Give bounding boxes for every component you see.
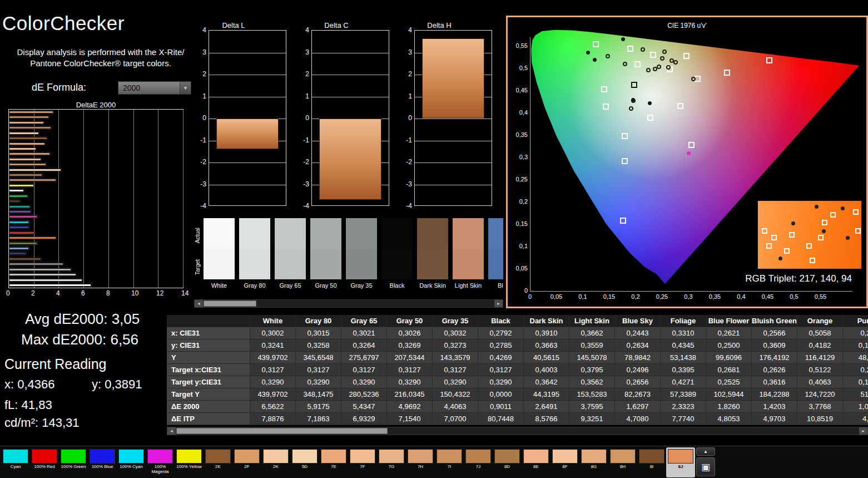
toolbar-swatch-7e[interactable]: 7E bbox=[319, 447, 348, 477]
toolbar-swatch-100-magenta[interactable]: 100% Magenta bbox=[146, 447, 175, 477]
table-scrollbar[interactable]: ◄► bbox=[167, 427, 868, 435]
scroll-right-button[interactable]: ► bbox=[859, 427, 867, 435]
toolbar-swatch-100-cyan[interactable]: 100% Cyan bbox=[117, 447, 146, 477]
y-tick-label: 0,35 bbox=[509, 131, 528, 138]
toolbar-swatch-100-yellow[interactable]: 100% Yellow bbox=[175, 447, 204, 477]
y-tick-label: -2 bbox=[192, 158, 206, 166]
delta-chart-delta-l: Delta L43210-1-2-3-4 bbox=[192, 21, 275, 217]
de2000-bar bbox=[9, 147, 36, 150]
toolbar-swatch-8d[interactable]: 8D bbox=[493, 447, 522, 477]
table-cell: 124,7220 bbox=[797, 388, 843, 401]
pattern-window-button[interactable]: ▣ bbox=[696, 457, 715, 476]
toolbar-swatch-2f[interactable]: 2F bbox=[232, 447, 261, 477]
toolbar-swatch-2e[interactable]: 2E bbox=[204, 447, 232, 477]
target-marker bbox=[622, 158, 628, 164]
table-cell: 7,1540 bbox=[387, 413, 433, 425]
toolbar-swatch-8e[interactable]: 8E bbox=[522, 447, 550, 477]
de2000-bar bbox=[9, 137, 47, 140]
inset-target-marker bbox=[853, 209, 859, 215]
gridline bbox=[415, 185, 492, 185]
colorchecker-patch: Light Skin bbox=[453, 218, 484, 296]
target-marker bbox=[766, 57, 772, 63]
patch-target-swatch bbox=[417, 249, 448, 279]
y-tick-label: 3 bbox=[295, 48, 309, 56]
x-tick-label: 0,05 bbox=[548, 293, 565, 300]
toolbar-swatch-8f[interactable]: 8F bbox=[550, 447, 579, 477]
y-tick-label: -4 bbox=[398, 202, 412, 210]
colorchecker-patch: Gray 50 bbox=[310, 218, 341, 296]
swatch-color bbox=[437, 449, 462, 464]
y-tick-label: 0,5 bbox=[509, 65, 528, 71]
table-cell: 345,6548 bbox=[296, 352, 341, 364]
toolbar-swatch-5d[interactable]: 5D bbox=[290, 447, 319, 477]
measurement-marker bbox=[641, 47, 645, 52]
y-tick-label: -1 bbox=[398, 136, 412, 144]
toolbar-swatch-7j[interactable]: 7J bbox=[464, 447, 493, 477]
target-marker bbox=[603, 104, 609, 110]
patch-target-swatch bbox=[239, 249, 270, 279]
scroll-thumb[interactable] bbox=[204, 300, 256, 307]
actual-row-label: Actual bbox=[195, 220, 202, 251]
column-header: Orange bbox=[797, 315, 843, 327]
toolbar-swatch-2k[interactable]: 2K bbox=[261, 447, 290, 477]
target-marker bbox=[593, 41, 599, 47]
y-tick-label: 0,3 bbox=[509, 154, 528, 160]
de2000-bar bbox=[9, 111, 53, 114]
de2000-bar bbox=[9, 268, 71, 271]
swatch-label: 7J bbox=[464, 465, 493, 470]
x-tick-label: 0,15 bbox=[601, 293, 618, 300]
current-y-stat: y: 0,3891 bbox=[92, 377, 142, 392]
y-tick-label: 3 bbox=[192, 48, 206, 56]
patch-label: Black bbox=[381, 282, 413, 289]
toolbar-swatch-7f[interactable]: 7F bbox=[348, 447, 377, 477]
de2000-bar bbox=[9, 169, 61, 171]
column-header: Gray 80 bbox=[296, 315, 341, 327]
patch-target-swatch bbox=[488, 249, 503, 279]
table-cell: 0,3310 bbox=[661, 327, 706, 339]
x-tick-label: 0,5 bbox=[786, 293, 802, 300]
measurement-marker bbox=[653, 67, 657, 71]
toolbar-swatch-8i[interactable]: 8I bbox=[637, 447, 666, 477]
toolbar-swatch-100-blue[interactable]: 100% Blue bbox=[88, 447, 117, 477]
swatch-color bbox=[3, 449, 28, 464]
toolbar-swatch-7i[interactable]: 7I bbox=[435, 447, 464, 477]
table-row: y: CIE310,32410,32580,32640,32690,32730,… bbox=[167, 339, 868, 352]
y-tick-label: -4 bbox=[295, 202, 309, 210]
toolbar-swatch-100-green[interactable]: 100% Green bbox=[59, 447, 88, 477]
toolbar-swatch-7g[interactable]: 7G bbox=[377, 447, 406, 477]
scroll-left-button[interactable]: ◄ bbox=[167, 427, 176, 435]
scroll-left-button[interactable]: ◄ bbox=[195, 300, 203, 307]
table-cell: 0,3127 bbox=[296, 364, 341, 376]
table-cell: 348,1475 bbox=[296, 388, 341, 401]
table-cell: 2,3323 bbox=[661, 401, 706, 413]
x-tick-label: 0,25 bbox=[654, 293, 671, 300]
target-marker bbox=[620, 218, 626, 224]
patch-target-swatch bbox=[346, 249, 377, 279]
swatch-label: 8H bbox=[608, 465, 637, 470]
inset-target-marker bbox=[789, 232, 795, 238]
column-header: Blue Flower bbox=[706, 315, 752, 327]
table-cell: 78,9842 bbox=[615, 352, 661, 364]
toolbar-swatch-8g[interactable]: 8G bbox=[579, 447, 608, 477]
cie-x-axis bbox=[530, 291, 852, 292]
toolbar-swatch-100-red[interactable]: 100% Red bbox=[30, 447, 59, 477]
toolbar-swatch-8j[interactable]: 8J bbox=[666, 447, 695, 477]
swatch-strip-scrollbar[interactable]: ◄► bbox=[194, 299, 503, 308]
de2000-bar bbox=[9, 132, 39, 135]
column-header: Dark Skin bbox=[524, 315, 569, 327]
de-formula-dropdown[interactable]: 2000 ▼ bbox=[118, 81, 191, 95]
measurement-marker bbox=[662, 50, 667, 54]
swatch-scroll-up-button[interactable]: ▲ bbox=[696, 447, 715, 456]
scroll-thumb[interactable] bbox=[176, 428, 388, 434]
scroll-right-button[interactable]: ► bbox=[494, 300, 503, 307]
table-cell: 0,3663 bbox=[524, 339, 569, 352]
inset-target-marker bbox=[830, 212, 836, 218]
toolbar-swatch-cyan[interactable]: Cyan bbox=[1, 447, 30, 477]
table-cell: 0,3273 bbox=[433, 339, 478, 352]
toolbar-swatch-8h[interactable]: 8H bbox=[608, 447, 637, 477]
table-cell: 0,3269 bbox=[387, 339, 433, 352]
target-marker bbox=[601, 86, 607, 92]
y-tick-label: 4 bbox=[192, 26, 206, 34]
toolbar-swatch-7h[interactable]: 7H bbox=[406, 447, 435, 477]
colorchecker-patch: Gray 80 bbox=[239, 218, 270, 296]
